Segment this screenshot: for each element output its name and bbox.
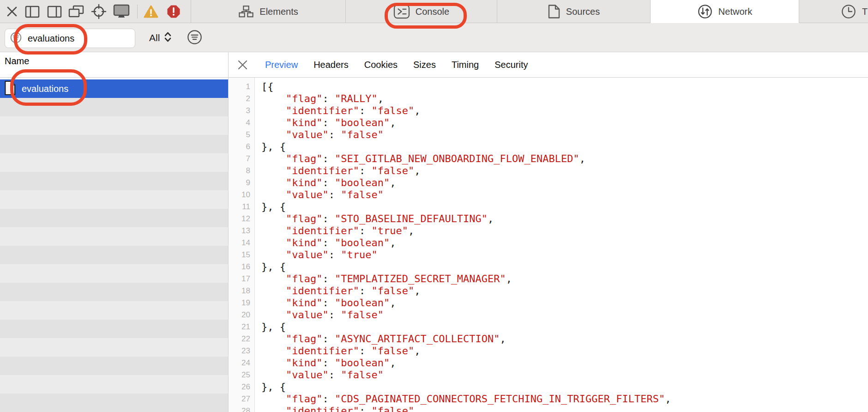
dock-right-icon[interactable]: [46, 0, 63, 23]
code-line: "identifier": "false",: [261, 345, 868, 357]
code-line: "kind": "boolean",: [261, 357, 868, 369]
code-line: "value": "false": [261, 309, 868, 321]
code-line: "value": "false": [261, 369, 868, 381]
line-number: 23: [229, 345, 254, 357]
empty-list-stripe: [0, 394, 228, 412]
request-list-panel: Name evaluations: [0, 52, 229, 412]
detail-tab-headers[interactable]: Headers: [313, 60, 349, 70]
web-inspector-window: Elements Console Sources Network T: [0, 0, 868, 412]
detail-tab-security[interactable]: Security: [494, 60, 528, 70]
warning-badge-icon[interactable]: [142, 0, 160, 23]
detail-tab-timing[interactable]: Timing: [452, 60, 479, 70]
filter-input-value: evaluations: [28, 33, 74, 44]
tab-timelines[interactable]: T: [799, 0, 868, 23]
tab-console[interactable]: Console: [345, 0, 497, 23]
line-number: 26: [229, 381, 254, 393]
line-number: 28: [229, 405, 254, 412]
code-line: "identifier": "true",: [261, 225, 868, 237]
inspector-tab-bar: Elements Console Sources Network T: [0, 0, 868, 23]
line-number: 18: [229, 285, 254, 297]
request-detail-panel: Preview Headers Cookies Sizes Timing Sec…: [229, 52, 868, 412]
device-icon[interactable]: [112, 0, 131, 23]
scope-selected-value: All: [149, 32, 160, 43]
header-divider: [0, 77, 868, 78]
code-line: }, {: [261, 321, 868, 333]
tab-label: Sources: [566, 6, 600, 17]
empty-list-stripe: [0, 227, 228, 246]
tab-elements[interactable]: Elements: [191, 0, 345, 23]
line-number: 4: [229, 117, 254, 129]
tab-label: T: [862, 6, 868, 17]
code-line: "kind": "boolean",: [261, 237, 868, 249]
empty-list-stripe: [0, 338, 228, 357]
code-line: }, {: [261, 141, 868, 153]
empty-list-stripe: [0, 301, 228, 320]
line-number: 17: [229, 273, 254, 285]
detail-tab-bar: Preview Headers Cookies Sizes Timing Sec…: [229, 52, 868, 77]
stepper-chevrons-icon: [164, 31, 172, 44]
empty-list-stripe: [0, 98, 228, 116]
console-icon: [393, 4, 410, 19]
line-number: 13: [229, 225, 254, 237]
line-number: 16: [229, 261, 254, 273]
sources-icon: [548, 4, 561, 19]
empty-list-stripe: [0, 264, 228, 283]
line-number: 25: [229, 369, 254, 381]
detail-tab-cookies[interactable]: Cookies: [364, 60, 398, 70]
request-row-label: evaluations: [22, 84, 68, 94]
network-filter-bar: evaluations All: [0, 23, 868, 52]
detail-tab-preview[interactable]: Preview: [265, 60, 298, 70]
empty-list-stripe: [0, 190, 228, 209]
code-line: "kind": "boolean",: [261, 117, 868, 129]
line-number: 11: [229, 201, 254, 213]
close-icon[interactable]: [5, 0, 19, 23]
request-list-stripes: [0, 98, 228, 412]
code-line: "value": "false": [261, 189, 868, 201]
code-line: "value": "true": [261, 249, 868, 261]
filter-input[interactable]: evaluations: [5, 29, 135, 48]
code-line: "flag": "ASYNC_ARTIFACT_COLLECTION",: [261, 333, 868, 345]
line-number: 8: [229, 165, 254, 177]
code-line: "flag": "RALLY",: [261, 93, 868, 105]
code-line: "identifier": "false",: [261, 105, 868, 117]
code-line: }, {: [261, 201, 868, 213]
dock-left-icon[interactable]: [24, 0, 41, 23]
code-line: "flag": "TEMPLATIZED_SECRET_MANAGER",: [261, 273, 868, 285]
timelines-clock-icon: [841, 4, 856, 19]
error-badge-icon[interactable]: [165, 0, 182, 23]
close-detail-icon[interactable]: [235, 58, 249, 72]
line-number: 14: [229, 237, 254, 249]
detail-tab-sizes[interactable]: Sizes: [413, 60, 436, 70]
elements-icon: [238, 5, 254, 18]
code-line: }, {: [261, 381, 868, 393]
toolbar-divider: [137, 5, 138, 18]
document-icon: [4, 80, 16, 97]
multiple-windows-icon[interactable]: [67, 0, 85, 23]
filter-options-button[interactable]: [187, 30, 202, 47]
element-picker-icon[interactable]: [90, 0, 108, 23]
code-line: "flag": "SEI_GITLAB_NEW_ONBOARDING_FLOW_…: [261, 153, 868, 165]
line-number: 27: [229, 393, 254, 405]
network-icon: [697, 4, 713, 19]
code-line: "flag": "CDS_PAGINATED_CONNECTORS_FETCHI…: [261, 393, 868, 405]
tab-label: Elements: [259, 6, 298, 17]
tab-network[interactable]: Network: [650, 0, 799, 23]
line-number: 2: [229, 93, 254, 105]
empty-list-stripe: [0, 172, 228, 190]
tab-sources[interactable]: Sources: [497, 0, 650, 23]
code-lines: [{ "flag": "RALLY", "identifier": "false…: [255, 78, 868, 412]
scope-select[interactable]: All: [149, 23, 172, 52]
line-number: 1: [229, 81, 254, 93]
filter-icon: [10, 31, 22, 46]
code-line: "identifier": "false",: [261, 405, 868, 412]
line-number: 5: [229, 129, 254, 141]
empty-list-stripe: [0, 116, 228, 135]
request-row-evaluations[interactable]: evaluations: [0, 79, 228, 98]
code-line: }, {: [261, 261, 868, 273]
code-line: "kind": "boolean",: [261, 177, 868, 189]
empty-list-stripe: [0, 135, 228, 153]
line-number: 20: [229, 309, 254, 321]
empty-list-stripe: [0, 209, 228, 227]
line-number: 7: [229, 153, 254, 165]
line-number: 6: [229, 141, 254, 153]
